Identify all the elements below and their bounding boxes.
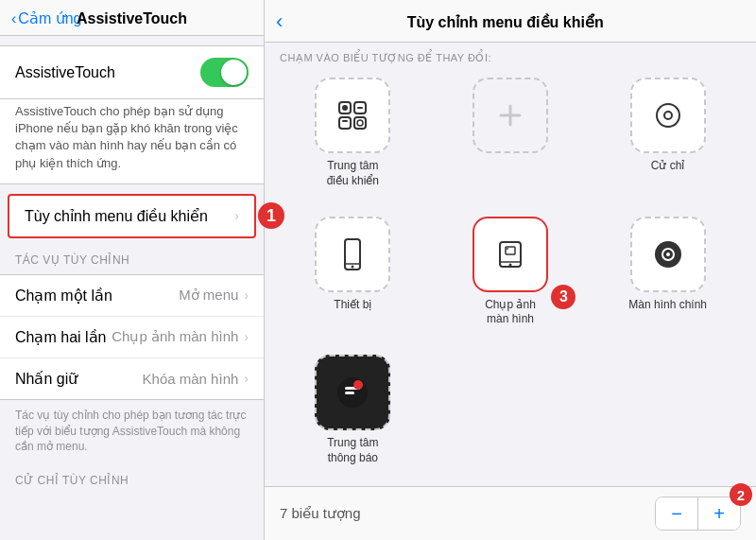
action-hold-label: Nhấn giữ [15, 370, 77, 388]
svg-rect-6 [354, 117, 366, 129]
stepper-minus-button[interactable]: − [656, 497, 697, 530]
action-single-label: Chạm một lần [15, 287, 112, 305]
left-nav-bar: ‹ Cảm ứng AssistiveTouch [0, 0, 264, 36]
chevron-left-icon: ‹ [11, 10, 16, 27]
svg-rect-5 [342, 120, 348, 122]
svg-point-17 [508, 263, 511, 266]
back-button[interactable]: ‹ Cảm ứng [11, 9, 81, 27]
toggle-label: AssistiveTouch [15, 64, 115, 81]
svg-point-26 [353, 380, 363, 390]
action-single-value-group: Mở menu › [179, 287, 249, 304]
control-center-icon [332, 95, 373, 136]
svg-point-22 [666, 253, 670, 256]
home-icon [647, 234, 689, 275]
section-custom-header: TÁC VỤ TÙY CHỈNH [0, 238, 264, 270]
section-gesture-header: CỬ CHỈ TÙY CHỈNH [0, 462, 264, 491]
plus-icon [490, 95, 531, 136]
instruction-text: CHẠM VÀO BIỂU TƯỢNG ĐỂ THAY ĐỔI: [265, 43, 756, 70]
action-single-row[interactable]: Chạm một lần Mở menu › [0, 275, 264, 317]
svg-rect-4 [339, 117, 351, 129]
svg-point-14 [352, 265, 354, 268]
icon-label-home: Màn hình chính [628, 298, 707, 313]
icon-box-empty [472, 78, 548, 153]
svg-point-7 [357, 120, 363, 126]
icon-cell-screenshot[interactable]: Chụp ảnhmàn hình 3 [438, 217, 584, 344]
badge-1: 1 [258, 202, 284, 229]
icon-cell-gesture[interactable]: Cử chỉ [594, 78, 741, 205]
chevron-right-icon-3: › [244, 329, 249, 344]
svg-rect-12 [345, 239, 360, 270]
svg-point-11 [664, 112, 672, 119]
description-text: AssistiveTouch cho phép bạn sử dụng iPho… [0, 99, 264, 184]
device-icon [332, 234, 373, 275]
action-hold-value: Khóa màn hình [143, 371, 239, 387]
icon-cell-control-center[interactable]: Trung tâmđiều khiển [280, 78, 426, 205]
gesture-icon [647, 95, 689, 136]
icon-cell-empty[interactable] [438, 78, 584, 205]
action-hold-row[interactable]: Nhấn giữ Khóa màn hình › [0, 358, 264, 399]
icon-label-screenshot: Chụp ảnhmàn hình [485, 298, 536, 327]
assistive-touch-toggle[interactable] [200, 58, 249, 87]
action-double-value-group: Chụp ảnh màn hình › [112, 328, 249, 345]
icons-grid: Trung tâmđiều khiển Cử chỉ [265, 70, 756, 486]
icon-cell-notification[interactable]: Trung tâmthông báo [280, 355, 426, 482]
icon-cell-home[interactable]: Màn hình chính [594, 217, 741, 344]
icon-box-screenshot [472, 217, 548, 292]
screenshot-icon [490, 234, 531, 275]
custom-actions: Chạm một lần Mở menu › Chạm hai lần Chụp… [0, 274, 264, 400]
left-nav-title: AssistiveTouch [77, 10, 187, 27]
customize-menu-item[interactable]: Tùy chỉnh menu điều khiển › [8, 194, 256, 238]
action-double-label: Chạm hai lần [15, 328, 106, 346]
action-single-value: Mở menu [179, 287, 238, 304]
badge-2: 2 [730, 483, 752, 506]
svg-point-19 [507, 248, 508, 250]
icon-box-notification [315, 355, 390, 430]
menu-item-label: Tùy chỉnh menu điều khiển [25, 207, 208, 225]
toggle-row: AssistiveTouch [0, 46, 264, 98]
notification-icon [332, 372, 373, 413]
toggle-thumb [221, 60, 247, 85]
svg-point-10 [657, 104, 679, 127]
left-panel: ‹ Cảm ứng AssistiveTouch AssistiveTouch … [0, 0, 265, 540]
chevron-right-icon-2: › [244, 287, 249, 303]
right-panel: ‹ Tùy chỉnh menu điều khiển CHẠM VÀO BIỂ… [265, 0, 756, 540]
icon-label-device: Thiết bị [334, 298, 371, 313]
footer-text: Tác vụ tùy chỉnh cho phép bạn tương tác … [0, 400, 264, 462]
icon-box-home [630, 217, 706, 292]
svg-rect-3 [357, 107, 363, 109]
badge-3: 3 [551, 285, 576, 309]
icon-box-device [315, 217, 390, 292]
svg-point-1 [342, 105, 348, 111]
icon-label-gesture: Cử chỉ [651, 159, 685, 174]
action-double-row[interactable]: Chạm hai lần Chụp ảnh màn hình › [0, 317, 264, 358]
bottom-bar: 7 biểu tượng − + 2 [265, 486, 756, 540]
action-double-value: Chụp ảnh màn hình [112, 328, 238, 345]
icon-count: 7 biểu tượng [280, 505, 655, 522]
svg-rect-25 [345, 392, 354, 394]
icon-cell-device[interactable]: Thiết bị [280, 217, 426, 344]
assistive-touch-section: AssistiveTouch [0, 45, 264, 99]
right-back-button[interactable]: ‹ [276, 9, 283, 34]
right-nav-bar: ‹ Tùy chỉnh menu điều khiển [265, 0, 756, 43]
icon-label-notification: Trung tâmthông báo [327, 436, 378, 465]
chevron-right-icon-4: › [244, 371, 249, 386]
back-label: Cảm ứng [18, 9, 81, 27]
icon-label-control-center: Trung tâmđiều khiển [327, 159, 379, 188]
action-hold-value-group: Khóa màn hình › [143, 371, 249, 387]
icon-box-gesture [630, 78, 706, 153]
right-nav-title: Tùy chỉnh menu điều khiển [294, 13, 716, 31]
icon-box-control-center [315, 78, 390, 153]
stepper-control: − + [655, 496, 741, 531]
chevron-right-icon: › [234, 208, 239, 223]
